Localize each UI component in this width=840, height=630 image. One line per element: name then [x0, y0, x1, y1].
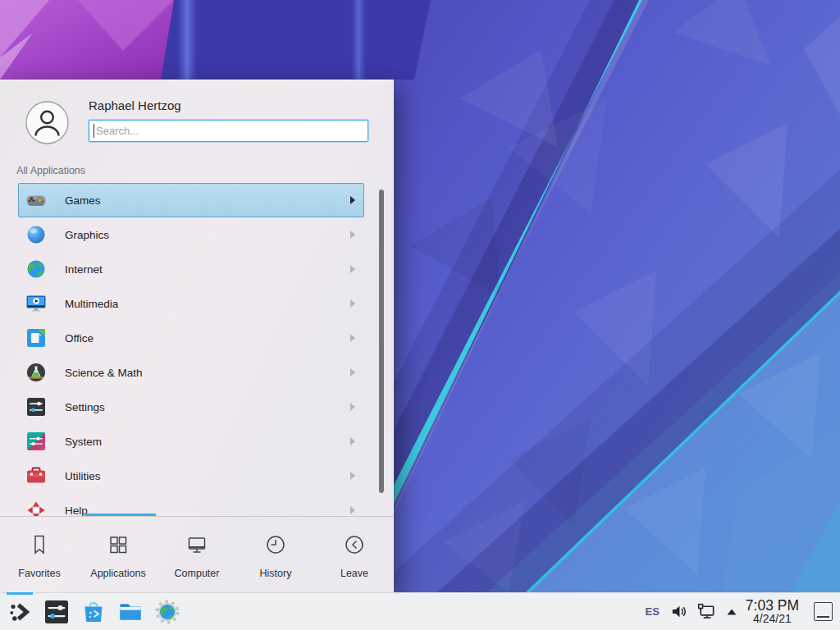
user-avatar[interactable] — [25, 101, 69, 144]
submenu-arrow-icon — [350, 437, 355, 445]
system-icon — [25, 431, 47, 452]
section-label: All Applications — [16, 165, 85, 176]
menu-item-internet[interactable]: Internet — [18, 252, 364, 286]
submenu-arrow-icon — [350, 368, 355, 377]
submenu-arrow-icon — [350, 265, 355, 273]
digital-clock[interactable]: 7:03 PM 4/24/21 — [746, 598, 799, 626]
office-icon — [25, 327, 47, 349]
menu-item-label: Utilities — [65, 470, 101, 482]
games-icon — [25, 189, 47, 211]
menu-item-label: System — [65, 436, 102, 448]
show-desktop-button[interactable] — [814, 602, 833, 621]
user-name: Raphael Hertzog — [89, 98, 181, 112]
utilities-icon — [25, 465, 47, 486]
menu-item-games[interactable]: Games — [18, 183, 364, 217]
category-list: Games Graphics — [0, 183, 394, 516]
tab-label: Leave — [340, 568, 368, 579]
tab-history[interactable]: History — [236, 517, 315, 593]
computer-icon — [185, 533, 208, 559]
menu-item-label: Settings — [65, 401, 105, 413]
taskbar-apps — [0, 599, 180, 625]
system-tray: ES 7:03 PM — [645, 598, 840, 626]
menu-item-label: Science & Math — [65, 367, 143, 379]
menu-item-help[interactable]: Help — [18, 493, 364, 516]
submenu-arrow-icon — [350, 231, 355, 239]
submenu-arrow-icon — [350, 299, 355, 308]
menu-item-science-math[interactable]: Science & Math — [18, 355, 364, 390]
desktop: Raphael Hertzog All Applications Games — [0, 0, 840, 630]
file-manager-button[interactable] — [117, 599, 144, 625]
submenu-arrow-icon — [350, 403, 355, 411]
discover-button[interactable] — [80, 599, 107, 625]
history-icon — [264, 533, 287, 559]
application-launcher-button[interactable] — [7, 599, 33, 625]
active-tab-indicator — [84, 514, 156, 516]
submenu-arrow-icon — [350, 196, 355, 204]
multimedia-icon — [25, 293, 47, 314]
tab-label: Computer — [175, 568, 220, 579]
internet-icon — [25, 258, 47, 280]
help-icon — [25, 500, 47, 516]
tray-expand-icon[interactable] — [726, 608, 737, 616]
menu-item-settings[interactable]: Settings — [18, 390, 364, 424]
web-browser-button[interactable] — [154, 599, 180, 625]
science-math-icon — [25, 362, 47, 383]
taskbar-panel: ES 7:03 PM — [0, 592, 840, 630]
search-input[interactable] — [89, 120, 368, 142]
menu-item-graphics[interactable]: Graphics — [18, 217, 364, 252]
leave-icon — [343, 533, 366, 559]
tab-computer[interactable]: Computer — [158, 517, 236, 593]
text-cursor — [94, 124, 94, 138]
menu-item-office[interactable]: Office — [18, 321, 364, 355]
menu-item-label: Office — [65, 332, 94, 345]
menu-item-label: Games — [65, 194, 101, 207]
tab-label: History — [260, 568, 292, 579]
applications-icon — [107, 533, 130, 559]
application-launcher-popup: Raphael Hertzog All Applications Games — [0, 80, 394, 592]
tab-leave[interactable]: Leave — [315, 517, 394, 593]
menu-item-system[interactable]: System — [18, 424, 364, 459]
keyboard-layout-indicator[interactable]: ES — [645, 605, 659, 618]
menu-item-label: Graphics — [65, 229, 109, 241]
submenu-arrow-icon — [350, 472, 355, 480]
settings-icon — [25, 396, 47, 418]
tab-label: Applications — [90, 568, 145, 579]
favorites-icon — [28, 533, 51, 559]
menu-item-label: Internet — [65, 263, 103, 276]
tab-applications[interactable]: Applications — [79, 517, 158, 593]
tab-label: Favorites — [18, 568, 60, 579]
submenu-arrow-icon — [350, 506, 355, 514]
submenu-arrow-icon — [350, 334, 355, 342]
graphics-icon — [25, 224, 47, 245]
volume-icon[interactable] — [670, 603, 687, 620]
clock-time: 7:03 PM — [746, 598, 799, 614]
launcher-tabbar: Favorites Applications Computer — [0, 517, 394, 593]
menu-item-multimedia[interactable]: Multimedia — [18, 286, 364, 321]
active-task-indicator — [7, 592, 33, 595]
scrollbar-thumb[interactable] — [379, 189, 384, 493]
tab-favorites[interactable]: Favorites — [0, 517, 79, 593]
network-icon[interactable] — [697, 602, 716, 621]
clock-date: 4/24/21 — [746, 613, 799, 625]
system-settings-button[interactable] — [43, 599, 70, 625]
menu-item-label: Multimedia — [65, 298, 118, 310]
menu-item-utilities[interactable]: Utilities — [18, 459, 364, 493]
